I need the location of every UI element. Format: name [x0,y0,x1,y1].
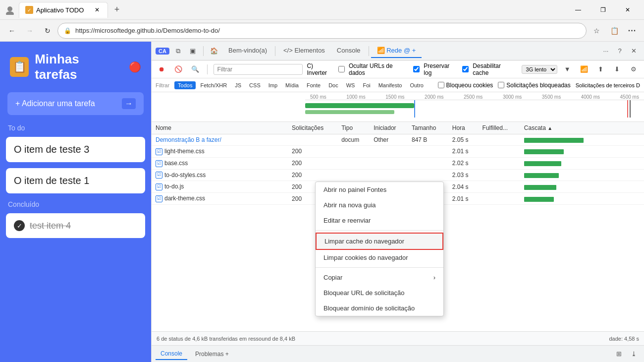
col-header-type: Tipo [337,122,370,134]
tab-console[interactable]: Console [331,44,367,58]
disable-cache-checkbox[interactable] [462,66,469,72]
row-3-cascade [520,157,644,169]
wifi-signal-icon[interactable]: 📶 [578,63,590,76]
home-icon[interactable]: 🏠 [208,45,220,58]
tab-welcome[interactable]: Bem-vindo(a) [222,44,273,58]
speed-select[interactable]: 3G lento [522,65,557,74]
filter-manifest[interactable]: Manifesto [375,81,406,89]
bottom-tab-problems[interactable]: Problemas + [191,349,233,360]
table-row[interactable]: ☑base.css 200 2.02 s [152,157,644,169]
task-item-1[interactable]: O item de teste 3 [6,137,145,162]
filter-ws[interactable]: WS [343,81,359,89]
filter-toggle-icon[interactable]: 🔍 [189,63,201,76]
table-row[interactable]: Demonstração B a fazer/ docum Other 847 … [152,134,644,146]
row-5-name: ☑to-do.js [152,181,288,193]
devtools-help-icon[interactable]: ? [613,45,626,58]
filter-img[interactable]: Imp [265,81,281,89]
filter-font[interactable]: Fonte [303,81,324,89]
new-tab-button[interactable]: + [110,3,124,17]
dock-icon[interactable]: ▣ [186,45,199,58]
filter-media[interactable]: Mídia [282,81,302,89]
row-4-type [337,169,370,181]
split-view-icon[interactable]: ⊞ [612,348,625,361]
sidebar-header: 📋 Minhas tarefas 🔴 [0,42,151,87]
preserve-log-label: Preservar log [424,62,458,76]
row-6-fulfilled [479,193,520,205]
hide-urls-checkbox[interactable] [338,66,345,72]
cm-block-url-label: Bloquear URL de solicitação [323,289,405,297]
cm-open-sources[interactable]: Abrir no painel Fontes [316,182,443,197]
block-cookies-checkbox[interactable] [438,82,444,88]
devtools-more-icon[interactable]: ··· [599,45,612,58]
timeline-mark-4000: 4000 ms [581,94,600,100]
filter-fetch[interactable]: Fetch/XHR [197,81,230,89]
refresh-button[interactable]: ↻ [40,23,55,39]
upload-icon[interactable]: ⬆ [594,63,607,76]
cm-open-sources-label: Abrir no painel Fontes [323,186,386,193]
cm-block-url[interactable]: Bloquear URL de solicitação [316,285,443,301]
tab-close-button[interactable]: ✕ [93,5,102,14]
row-3-type [337,157,370,169]
filter-foi[interactable]: Foi [359,81,374,89]
bottom-tab-console[interactable]: Console [156,348,187,360]
cm-open-new-tab[interactable]: Abrir na nova guia [316,197,443,213]
filter-other[interactable]: Outro [406,81,427,89]
favorites-button[interactable]: ☆ [589,23,604,39]
filter-input[interactable] [214,64,303,75]
tab-network[interactable]: 📶 Rede @ + [371,44,422,58]
more-button[interactable]: ··· [624,23,640,39]
lock-icon: 🔒 [64,27,71,34]
cm-clear-cache[interactable]: Limpar cache do navegador [316,233,443,250]
clear-icon[interactable]: 🚫 [172,63,184,76]
cm-edit-resend[interactable]: Editar e reenviar [316,213,443,228]
row-4-fulfilled [479,169,520,181]
row-3-size [408,157,448,169]
table-row[interactable]: ☑to-do-styles.css 200 2.03 s [152,169,644,181]
collections-button[interactable]: 📋 [606,23,622,39]
filter-all[interactable]: Todos [174,81,196,89]
css-file-icon: ☑ [156,148,162,155]
network-settings-icon[interactable]: ⚙ [627,63,640,76]
blocked-requests-checkbox[interactable] [498,82,504,88]
timeline-mark-1500: 1500 ms [385,94,404,100]
filter-js[interactable]: JS [231,81,245,89]
ca-badge[interactable]: CA [156,48,169,55]
cm-clear-cookies[interactable]: Limpar cookies do navegador [316,250,443,265]
browser-tab[interactable]: ✓ Aplicativo TODO ✕ [19,2,108,18]
cm-copy-label: Copiar [323,274,342,281]
task-item-done-1[interactable]: ✓ test item 4 [6,213,145,238]
maximize-button[interactable]: ❐ [591,2,614,17]
sort-icon: ▲ [547,125,552,131]
cascade-bar-3 [524,161,561,166]
add-task-button[interactable]: + Adicionar uma tarefa → [7,92,144,115]
bottom-bar-right: ⊞ ⤓ [612,348,640,361]
tab-favicon: ✓ [25,6,33,14]
block-cookies-label: Bloqueou cookies [438,82,493,89]
minimize-button[interactable]: — [567,2,590,17]
forward-button[interactable]: → [22,23,38,39]
address-bar[interactable]: 🔒 https://microsoftedge.github.io/Demos/… [57,23,587,39]
back-button[interactable]: ← [4,23,20,39]
cm-block-domain[interactable]: Bloquear domínio de solicitação [316,301,443,316]
record-icon[interactable]: ⏺ [156,63,168,76]
speed-dropdown-icon[interactable]: ▼ [561,63,574,76]
dock-bottom-icon[interactable]: ⤓ [627,348,640,361]
devtools-close-icon[interactable]: ✕ [627,45,640,58]
js-file-icon: ☑ [156,183,162,190]
table-row[interactable]: ☑light-theme.css 200 2.01 s [152,146,644,158]
tab-sep-1 [275,46,275,56]
cm-copy[interactable]: Copiar › [316,270,443,285]
status-text: 6 de status de 4,6 kB transferidas em re… [157,336,295,342]
row-1-fulfilled [479,134,520,146]
row-4-status: 200 [288,169,337,181]
copy-icon[interactable]: ⧉ [171,45,184,58]
tab-elements[interactable]: </> Elementos [277,44,331,58]
toolbar-separator-1 [203,46,204,56]
css-file-icon-2: ☑ [156,160,162,167]
filter-doc[interactable]: Doc [325,81,342,89]
window-close-button[interactable]: ✕ [616,2,639,17]
filter-css[interactable]: CSS [246,81,264,89]
download-icon[interactable]: ⬇ [611,63,623,76]
task-item-2[interactable]: O item de teste 1 [6,168,145,193]
preserve-log-checkbox[interactable] [413,66,420,72]
